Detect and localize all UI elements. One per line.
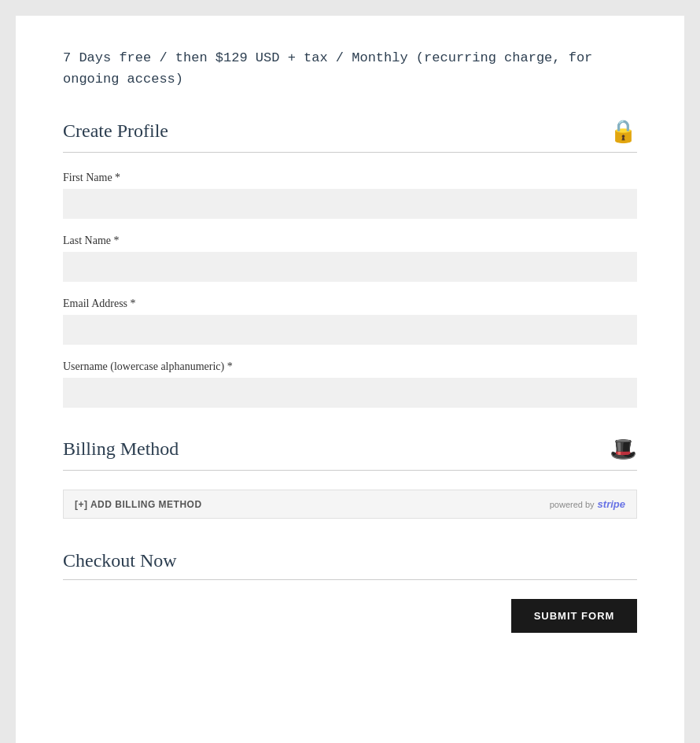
username-group: Username (lowercase alphanumeric) * [63,360,637,408]
last-name-label: Last Name * [63,235,637,247]
billing-icon: 🎩 [610,436,637,462]
email-group: Email Address * [63,298,637,345]
checkout-header: Checkout Now [63,550,637,580]
create-profile-form: First Name * Last Name * Email Address *… [63,172,637,408]
submit-button[interactable]: SUBMIT FORM [511,599,637,633]
page-container: 7 Days free / then $129 USD + tax / Mont… [16,16,684,743]
checkout-section: Checkout Now SUBMIT FORM [63,550,637,633]
last-name-required: * [114,235,120,246]
first-name-input[interactable] [63,189,637,219]
first-name-group: First Name * [63,172,637,219]
powered-by-text: powered by [550,500,595,509]
billing-section: Billing Method 🎩 [+] ADD BILLING METHOD … [63,436,637,519]
powered-by-stripe: powered by stripe [550,498,625,510]
stripe-label: stripe [598,498,625,510]
lock-icon: 🔒 [610,118,637,144]
create-profile-section-header: Create Profile 🔒 [63,118,637,153]
first-name-label: First Name * [63,172,637,184]
create-profile-title: Create Profile [63,120,168,142]
email-label: Email Address * [63,298,637,310]
last-name-input[interactable] [63,252,637,282]
email-required: * [131,298,136,309]
last-name-group: Last Name * [63,235,637,282]
submit-row: SUBMIT FORM [63,599,637,633]
username-label: Username (lowercase alphanumeric) * [63,360,637,373]
username-input[interactable] [63,378,637,408]
add-billing-button[interactable]: [+] ADD BILLING METHOD powered by stripe [63,490,637,519]
checkout-title: Checkout Now [63,550,177,571]
add-billing-label: [+] ADD BILLING METHOD [75,499,202,510]
billing-section-header: Billing Method 🎩 [63,436,637,471]
first-name-required: * [115,172,120,183]
email-input[interactable] [63,315,637,345]
username-required: * [227,360,233,372]
billing-title: Billing Method [63,438,179,460]
pricing-text: 7 Days free / then $129 USD + tax / Mont… [63,47,637,90]
